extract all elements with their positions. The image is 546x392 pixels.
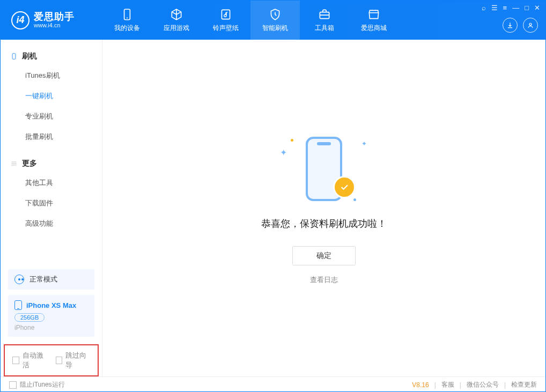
dot-icon — [291, 139, 293, 142]
sidebar-item-advanced[interactable]: 高级功能 — [1, 213, 102, 234]
phone-outline-icon — [10, 53, 18, 60]
checkbox-icon — [12, 357, 19, 364]
checkbox-label: 阻止iTunes运行 — [20, 380, 65, 389]
mode-label: 正常模式 — [29, 275, 57, 284]
footer-link-wechat[interactable]: 微信公众号 — [467, 380, 499, 389]
svg-point-1 — [127, 17, 128, 18]
body: 刷机 iTunes刷机 一键刷机 专业刷机 批量刷机 更多 其他工具 下载固件 … — [1, 40, 545, 376]
success-illustration: ✦ ✦ — [276, 131, 372, 206]
sidebar-section-more: 更多 其他工具 下载固件 高级功能 — [1, 147, 102, 234]
cube-icon — [169, 8, 183, 21]
sidebar-item-pro[interactable]: 专业刷机 — [1, 106, 102, 127]
device-name: iPhone XS Max — [26, 301, 76, 309]
download-button[interactable] — [503, 18, 518, 33]
logo-text: 爱思助手 www.i4.cn — [34, 12, 75, 29]
device-icon — [120, 8, 134, 21]
nav-tab-apps[interactable]: 应用游戏 — [152, 1, 201, 40]
nav-label: 爱思商城 — [361, 24, 387, 33]
checkbox-label: 跳过向导 — [65, 351, 90, 370]
success-message: 恭喜您，保资料刷机成功啦！ — [261, 217, 387, 230]
logo-area: i4 爱思助手 www.i4.cn — [1, 1, 102, 40]
device-box[interactable]: iPhone XS Max 256GB iPhone — [8, 295, 94, 337]
title-bar: i4 爱思助手 www.i4.cn 我的设备 应用游戏 铃声壁纸 智能刷机 — [1, 1, 545, 40]
app-window: i4 爱思助手 www.i4.cn 我的设备 应用游戏 铃声壁纸 智能刷机 — [0, 0, 546, 392]
logo-icon: i4 — [11, 11, 29, 29]
nav-label: 我的设备 — [114, 24, 140, 33]
nav-tab-ringtones[interactable]: 铃声壁纸 — [201, 1, 250, 40]
app-url: www.i4.cn — [34, 22, 75, 28]
nav-label: 智能刷机 — [262, 24, 288, 33]
checkbox-skip-guide[interactable]: 跳过向导 — [56, 351, 91, 370]
checkbox-auto-activate[interactable]: 自动激活 — [12, 351, 47, 370]
toolbox-icon — [318, 8, 331, 21]
sidebar-item-download[interactable]: 下载固件 — [1, 193, 102, 213]
nav-tabs: 我的设备 应用游戏 铃声壁纸 智能刷机 工具箱 爱思商城 — [102, 1, 503, 40]
sidebar-title: 刷机 — [22, 51, 37, 61]
sidebar-item-batch[interactable]: 批量刷机 — [1, 127, 102, 147]
menu-icon[interactable]: ≡ — [503, 4, 507, 12]
phone-icon — [14, 300, 22, 310]
device-capacity: 256GB — [14, 313, 45, 322]
checkbox-label: 自动激活 — [23, 351, 47, 370]
sidebar-title: 更多 — [22, 159, 37, 168]
app-title: 爱思助手 — [34, 12, 75, 23]
list-icon[interactable]: ☰ — [491, 4, 498, 12]
nav-tab-shop[interactable]: 爱思商城 — [349, 1, 399, 40]
sidebar-item-other[interactable]: 其他工具 — [1, 173, 102, 193]
sidebar-header-more: 更多 — [1, 154, 102, 173]
sidebar-item-oneclick[interactable]: 一键刷机 — [1, 86, 102, 106]
maximize-button[interactable]: □ — [525, 4, 529, 12]
checkbox-icon — [9, 381, 17, 389]
nav-tab-flash[interactable]: 智能刷机 — [250, 1, 300, 40]
nav-label: 工具箱 — [315, 24, 334, 33]
footer-link-update[interactable]: 检查更新 — [511, 380, 537, 389]
nav-label: 应用游戏 — [164, 24, 189, 33]
checkbox-icon — [56, 357, 63, 364]
device-type: iPhone — [14, 324, 88, 331]
close-button[interactable]: ✕ — [534, 4, 540, 12]
checkbox-block-itunes[interactable]: 阻止iTunes运行 — [9, 380, 65, 389]
sidebar-item-itunes[interactable]: iTunes刷机 — [1, 65, 102, 86]
shield-icon — [268, 8, 282, 21]
shirt-icon[interactable]: ⌕ — [482, 4, 486, 12]
version-label: V8.16 — [412, 381, 429, 389]
ok-button[interactable]: 确定 — [292, 246, 356, 265]
sparkle-icon: ✦ — [280, 147, 287, 158]
svg-rect-5 — [12, 54, 16, 60]
svg-point-4 — [529, 23, 532, 25]
list-icon — [10, 160, 18, 167]
music-icon — [219, 8, 233, 21]
sidebar-section-flash: 刷机 iTunes刷机 一键刷机 专业刷机 批量刷机 — [1, 40, 102, 147]
checkmark-badge-icon — [335, 177, 354, 197]
nav-label: 铃声壁纸 — [213, 24, 239, 33]
window-controls: ⌕ ☰ ≡ — □ ✕ — [482, 4, 540, 12]
mode-icon — [14, 275, 24, 284]
sidebar-header: 刷机 — [1, 47, 102, 65]
shop-icon — [367, 8, 381, 21]
footer-right: V8.16 | 客服 | 微信公众号 | 检查更新 — [412, 380, 537, 389]
minimize-button[interactable]: — — [512, 4, 519, 12]
footer: 阻止iTunes运行 V8.16 | 客服 | 微信公众号 | 检查更新 — [1, 376, 545, 392]
sidebar: 刷机 iTunes刷机 一键刷机 专业刷机 批量刷机 更多 其他工具 下载固件 … — [1, 40, 102, 376]
nav-tab-device[interactable]: 我的设备 — [102, 1, 152, 40]
options-highlighted: 自动激活 跳过向导 — [4, 344, 99, 376]
mode-box[interactable]: 正常模式 — [8, 269, 94, 290]
dot-icon — [353, 198, 356, 201]
nav-tab-toolbox[interactable]: 工具箱 — [300, 1, 349, 40]
view-log-link[interactable]: 查看日志 — [310, 275, 338, 285]
main-content: ✦ ✦ 恭喜您，保资料刷机成功啦！ 确定 查看日志 — [102, 40, 545, 376]
sparkle-icon: ✦ — [361, 140, 367, 147]
user-button[interactable] — [523, 18, 538, 33]
footer-link-support[interactable]: 客服 — [441, 380, 454, 389]
